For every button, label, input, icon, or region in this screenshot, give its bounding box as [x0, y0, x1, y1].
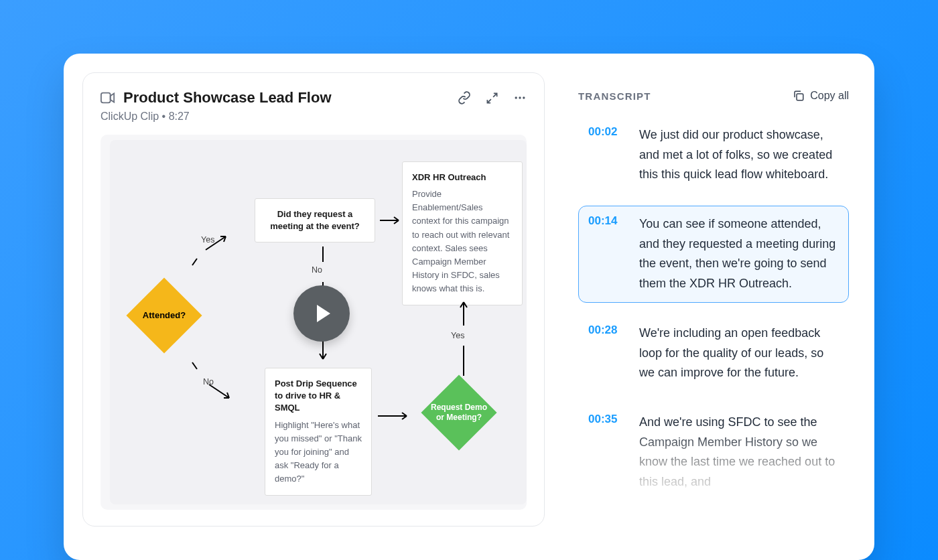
copy-all-label: Copy all — [810, 90, 849, 102]
clip-title: Product Showcase Lead Flow — [123, 89, 332, 107]
node-xdr: XDR HR Outreach Provide Enablement/Sales… — [402, 161, 523, 305]
node-post-drip: Post Drip Sequence to drive to HR & SMQL… — [265, 368, 372, 496]
clip-meta: ClickUp Clip • 8:27 — [100, 111, 527, 123]
video-icon — [100, 92, 115, 104]
svg-point-1 — [515, 96, 517, 98]
node-attended: Attended? — [127, 279, 201, 352]
more-icon[interactable] — [513, 91, 527, 104]
transcript-text: We just did our product showcase, and me… — [639, 125, 839, 185]
transcript-header: TRANSCRIPT Copy all — [578, 90, 849, 102]
clip-title-wrap: Product Showcase Lead Flow — [100, 89, 332, 107]
arrow-icon — [377, 409, 413, 423]
node-request-meeting-label: Did they request a meeting at the event? — [265, 208, 365, 232]
node-xdr-body: Provide Enablement/Sales context for thi… — [412, 188, 513, 295]
svg-rect-4 — [797, 94, 803, 100]
clip-header: Product Showcase Lead Flow — [100, 89, 527, 107]
transcript-text: And we're using SFDC to see the Campaign… — [639, 413, 839, 492]
play-button[interactable] — [293, 285, 350, 342]
transcript-label: TRANSCRIPT — [578, 90, 651, 102]
clip-duration: 8:27 — [169, 111, 190, 122]
transcript-list[interactable]: 00:02 We just did our product showcase, … — [578, 117, 849, 501]
link-icon[interactable] — [458, 91, 471, 104]
whiteboard-inner: Attended? Yes No — [114, 135, 527, 510]
transcript-time: 00:14 — [588, 214, 624, 294]
node-attended-label: Attended? — [139, 310, 190, 321]
node-post-drip-title: Post Drip Sequence to drive to HR & SMQL — [275, 378, 362, 415]
node-request-demo-label: Request Demo or Meeting? — [422, 403, 496, 423]
transcript-panel: TRANSCRIPT Copy all 00:02 We just did ou… — [578, 72, 856, 560]
transcript-time: 00:28 — [588, 324, 624, 383]
svg-point-3 — [523, 96, 525, 98]
transcript-text: You can see if someone attended, and the… — [639, 214, 839, 294]
arrow-icon — [457, 299, 470, 379]
node-xdr-title: XDR HR Outreach — [412, 171, 513, 184]
node-request-demo: Request Demo or Meeting? — [422, 376, 496, 449]
copy-icon — [793, 90, 805, 102]
transcript-row[interactable]: 00:28 We're including an open feedback l… — [578, 315, 849, 392]
clip-container: Product Showcase Lead Flow — [82, 72, 545, 527]
node-request-meeting: Did they request a meeting at the event? — [255, 198, 375, 242]
node-post-drip-body: Highlight "Here's what you missed" or "T… — [275, 419, 362, 486]
expand-icon[interactable] — [486, 92, 498, 104]
transcript-text: We're including an open feedback loop fo… — [639, 324, 839, 383]
whiteboard-preview: Attended? Yes No — [100, 135, 527, 510]
svg-point-2 — [519, 96, 521, 98]
transcript-row[interactable]: 00:14 You can see if someone attended, a… — [578, 206, 849, 303]
clip-card: Product Showcase Lead Flow — [64, 54, 874, 560]
transcript-row[interactable]: 00:35 And we're using SFDC to see the Ca… — [578, 404, 849, 501]
transcript-time: 00:35 — [588, 413, 624, 492]
clip-source: ClickUp Clip — [100, 111, 159, 122]
transcript-row[interactable]: 00:02 We just did our product showcase, … — [578, 117, 849, 194]
arrow-icon — [189, 228, 243, 269]
play-icon — [317, 305, 330, 322]
transcript-time: 00:02 — [588, 125, 624, 185]
arrow-icon — [189, 359, 249, 406]
clip-panel: Product Showcase Lead Flow — [82, 72, 545, 560]
copy-all-button[interactable]: Copy all — [793, 90, 849, 102]
svg-rect-0 — [101, 93, 111, 103]
arrow-icon — [379, 214, 405, 227]
clip-actions — [458, 91, 527, 104]
